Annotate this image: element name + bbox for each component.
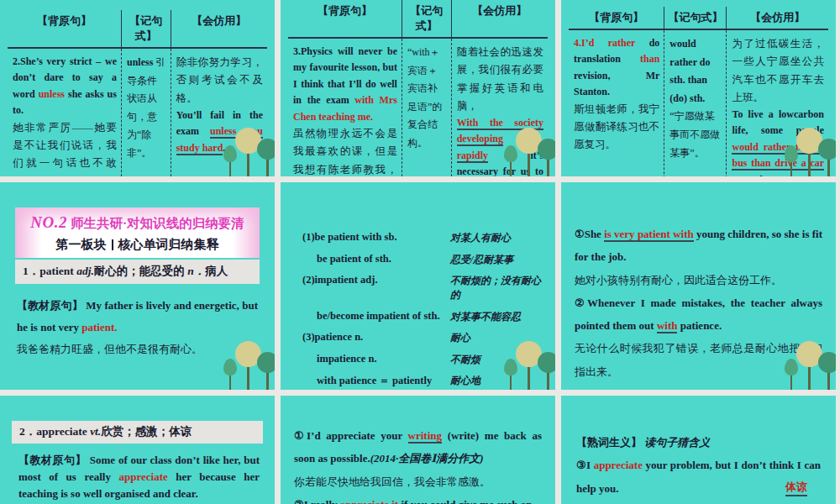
grammar-table: 【背原句】 【记句式】 【会仿用】 3.Physics will never b… [288,0,548,176]
tree-trunk [229,373,231,390]
section-panel: NO.2 师生共研·对知识线的归纳要清 第一板块核心单词归纳集释 1．patie… [15,207,260,284]
phrase-row: (2)impatient adj.不耐烦的；没有耐心的 [302,274,543,302]
phrase-row: impatience n.不耐烦 [302,353,543,367]
answer-meaning: 体谅 [785,480,807,496]
cell-original-sentence: 3.Physics will never be my favourite les… [288,39,402,176]
column-header-original-sentence: 【背原句】 [569,7,664,29]
chinese-translation: 我爸爸精力旺盛，但他不是很有耐心。 [17,339,258,360]
column-header-pattern: 【记句式】 [664,7,727,29]
cell-pattern-note: “with＋宾语＋宾语补足语”的复合结构。 [402,39,452,176]
slide-thumbnail-section-no2[interactable]: NO.2 师生共研·对知识线的归纳要清 第一板块核心单词归纳集释 1．patie… [0,182,275,390]
section-title: 师生共研·对知识线的归纳要清 [71,216,244,230]
section-title-box: NO.2 师生共研·对知识线的归纳要清 第一板块核心单词归纳集释 [15,207,260,258]
column-header-imitation: 【会仿用】 [452,0,548,37]
cell-imitation-exercise: 除非你努力学习，否则考试会不及格。 You’ll fail in the exa… [171,49,267,176]
textbook-sentence: 【教材原句】 Some of our class don’t like her,… [18,452,260,504]
slide-thumbnail-appreciate-examples[interactable]: ①I’d appreciate your writing (write) me … [281,396,555,504]
chinese-translation: 你若能尽快地给我回信，我会非常感激。 [294,470,542,493]
slide-thumbnail-patient-phrases[interactable]: (1)be patient with sb.对某人有耐心 be patient … [281,182,555,390]
phrase-list: (1)be patient with sb.对某人有耐心 be patient … [302,231,543,388]
slide-thumbnail-familiar-word-new-meaning[interactable]: 【熟词生义】 读句子猜含义 ③I appreciate your problem… [561,396,836,504]
example-sentences: ①I’d appreciate your writing (write) me … [294,424,542,504]
word-entry-patient: 1．patient adj.耐心的；能忍受的 n．病人 [15,260,260,284]
section-subtitle: 第一板块核心单词归纳集释 [18,237,256,253]
slide-thumbnail-appreciate-entry[interactable]: 2．appreciate vt.欣赏；感激；体谅 【教材原句】 Some of … [0,396,275,504]
cell-pattern-note: would rather do sth. than (do) sth. “宁愿做… [664,30,727,176]
cell-original-sentence: 2.She’s very strict – we don’t dare to s… [8,49,122,176]
cell-imitation-exercise: 随着社会的迅速发展，我们很有必要掌握好英语和电脑， With the socie… [452,39,548,176]
column-header-original-sentence: 【背原句】 [8,10,122,47]
column-header-pattern: 【记句式】 [402,0,452,37]
word-entry-appreciate: 2．appreciate vt.欣赏；感激；体谅 [12,421,263,444]
phrase-row: (1)be patient with sb.对某人有耐心 [302,231,543,245]
example-sentences: ①She is very patient with young children… [575,223,822,383]
tree-trunk [247,365,249,390]
guess-meaning-block: 【熟词生义】 读句子猜含义 ③I appreciate your problem… [576,431,821,500]
phrase-row: be/become impatient of sth.对某事不能容忍 [302,310,543,324]
example-sentence: ③I appreciate your problem, but I don’t … [576,454,821,500]
column-header-pattern: 【记句式】 [122,10,171,47]
phrase-row: (3)patience n.耐心 [302,331,543,345]
phrase-row: be patient of sth.忍受/忍耐某事 [302,253,543,267]
source-citation: (2014·全国卷Ⅰ满分作文) [370,452,484,465]
cell-original-sentence: 4.I’d rather do translation than revisio… [569,30,664,176]
slide-thumbnail-unless[interactable]: 【背原句】 【记句式】 【会仿用】 2.She’s very strict – … [0,0,275,176]
tree-trunk [827,370,830,390]
slide-thumbnail-would-rather[interactable]: 【背原句】 【记句式】 【会仿用】 4.I’d rather do transl… [561,0,836,176]
chinese-translation: 她对小孩特别有耐心，因此适合这份工作。 [575,269,822,291]
section-number: NO.2 [30,213,67,231]
column-header-original-sentence: 【背原句】 [288,0,402,37]
phrase-row: with patience ＝ patiently耐心地 [302,374,543,388]
small-tree-icon [223,359,237,375]
grammar-table: 【背原句】 【记句式】 【会仿用】 4.I’d rather do transl… [569,7,828,176]
green-tree-icon [257,352,275,373]
slide-thumbnail-with-complex-object[interactable]: 【背原句】 【记句式】 【会仿用】 3.Physics will never b… [281,0,555,176]
tree-trunk [266,370,269,390]
column-header-imitation: 【会仿用】 [727,7,828,29]
grammar-table: 【背原句】 【记句式】 【会仿用】 2.She’s very strict – … [8,10,267,176]
textbook-sentence: 【教材原句】 My father is lively and energetic… [17,295,258,360]
divider [112,239,113,250]
slide-thumbnail-patient-examples[interactable]: ①She is very patient with young children… [561,182,836,390]
cell-imitation-exercise: 为了过低碳生活，一些人宁愿坐公共汽车也不愿开车去上班。 To live a lo… [727,30,828,176]
cell-pattern-note: unless 引导条件状语从句，意为“除非”。 [122,49,171,176]
chinese-translation: 无论什么时候我犯了错误，老师总是耐心地把它们指出来。 [575,337,822,383]
column-header-imitation: 【会仿用】 [171,10,267,47]
slide-sorter-canvas: { "colors": { "slide_background": "#4ed8… [0,0,840,504]
tree-trunk [547,370,549,390]
